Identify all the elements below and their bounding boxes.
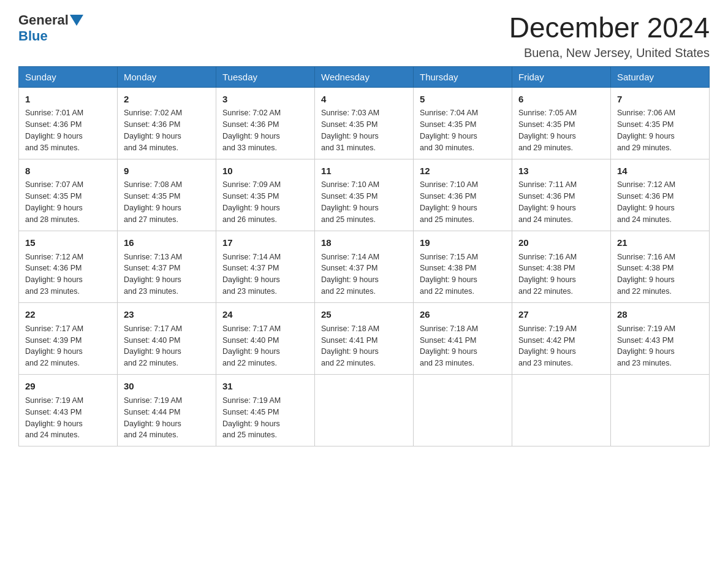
day-info: Sunrise: 7:14 AMSunset: 4:37 PMDaylight:… bbox=[321, 253, 379, 296]
day-cell: 29Sunrise: 7:19 AMSunset: 4:43 PMDayligh… bbox=[19, 375, 118, 446]
day-info: Sunrise: 7:19 AMSunset: 4:43 PMDaylight:… bbox=[25, 396, 83, 440]
day-info: Sunrise: 7:19 AMSunset: 4:43 PMDaylight:… bbox=[617, 324, 675, 368]
day-info: Sunrise: 7:04 AMSunset: 4:35 PMDaylight:… bbox=[420, 109, 478, 152]
calendar-header: SundayMondayTuesdayWednesdayThursdayFrid… bbox=[19, 66, 710, 87]
day-cell: 22Sunrise: 7:17 AMSunset: 4:39 PMDayligh… bbox=[19, 302, 118, 374]
day-number: 18 bbox=[321, 236, 407, 250]
month-title: December 2024 bbox=[509, 12, 710, 44]
day-cell: 1Sunrise: 7:01 AMSunset: 4:36 PMDaylight… bbox=[19, 87, 118, 159]
day-info: Sunrise: 7:19 AMSunset: 4:42 PMDaylight:… bbox=[518, 324, 577, 368]
day-number: 11 bbox=[321, 164, 407, 178]
logo: General Blue bbox=[18, 12, 83, 44]
header-cell-wednesday: Wednesday bbox=[315, 66, 414, 87]
day-info: Sunrise: 7:08 AMSunset: 4:35 PMDaylight:… bbox=[124, 180, 182, 224]
day-info: Sunrise: 7:12 AMSunset: 4:36 PMDaylight:… bbox=[617, 180, 675, 224]
day-number: 8 bbox=[25, 164, 111, 178]
day-cell: 15Sunrise: 7:12 AMSunset: 4:36 PMDayligh… bbox=[19, 231, 118, 302]
day-cell: 28Sunrise: 7:19 AMSunset: 4:43 PMDayligh… bbox=[611, 302, 710, 374]
day-info: Sunrise: 7:19 AMSunset: 4:44 PMDaylight:… bbox=[124, 396, 182, 440]
day-cell bbox=[315, 375, 414, 446]
day-info: Sunrise: 7:05 AMSunset: 4:35 PMDaylight:… bbox=[518, 109, 577, 152]
calendar-body: 1Sunrise: 7:01 AMSunset: 4:36 PMDaylight… bbox=[19, 87, 710, 446]
day-info: Sunrise: 7:15 AMSunset: 4:38 PMDaylight:… bbox=[420, 253, 478, 296]
header-cell-monday: Monday bbox=[118, 66, 216, 87]
day-info: Sunrise: 7:14 AMSunset: 4:37 PMDaylight:… bbox=[222, 253, 281, 296]
day-cell: 12Sunrise: 7:10 AMSunset: 4:36 PMDayligh… bbox=[414, 159, 512, 231]
day-info: Sunrise: 7:09 AMSunset: 4:35 PMDaylight:… bbox=[222, 180, 281, 224]
title-block: December 2024 Buena, New Jersey, United … bbox=[509, 12, 710, 60]
day-number: 19 bbox=[420, 236, 506, 250]
day-info: Sunrise: 7:13 AMSunset: 4:37 PMDaylight:… bbox=[124, 253, 182, 296]
day-info: Sunrise: 7:17 AMSunset: 4:40 PMDaylight:… bbox=[222, 324, 281, 368]
calendar-table: SundayMondayTuesdayWednesdayThursdayFrid… bbox=[18, 66, 710, 447]
day-cell: 9Sunrise: 7:08 AMSunset: 4:35 PMDaylight… bbox=[118, 159, 216, 231]
day-number: 7 bbox=[617, 93, 703, 106]
day-info: Sunrise: 7:17 AMSunset: 4:40 PMDaylight:… bbox=[124, 324, 182, 368]
day-cell: 18Sunrise: 7:14 AMSunset: 4:37 PMDayligh… bbox=[315, 231, 414, 302]
header-cell-friday: Friday bbox=[512, 66, 611, 87]
header-cell-saturday: Saturday bbox=[611, 66, 710, 87]
day-info: Sunrise: 7:17 AMSunset: 4:39 PMDaylight:… bbox=[25, 324, 83, 368]
day-info: Sunrise: 7:07 AMSunset: 4:35 PMDaylight:… bbox=[25, 180, 83, 224]
day-cell: 11Sunrise: 7:10 AMSunset: 4:35 PMDayligh… bbox=[315, 159, 414, 231]
day-cell: 13Sunrise: 7:11 AMSunset: 4:36 PMDayligh… bbox=[512, 159, 611, 231]
day-cell: 19Sunrise: 7:15 AMSunset: 4:38 PMDayligh… bbox=[414, 231, 512, 302]
day-cell: 3Sunrise: 7:02 AMSunset: 4:36 PMDaylight… bbox=[216, 87, 315, 159]
day-cell: 27Sunrise: 7:19 AMSunset: 4:42 PMDayligh… bbox=[512, 302, 611, 374]
day-cell: 24Sunrise: 7:17 AMSunset: 4:40 PMDayligh… bbox=[216, 302, 315, 374]
day-number: 17 bbox=[222, 236, 308, 250]
day-cell: 14Sunrise: 7:12 AMSunset: 4:36 PMDayligh… bbox=[611, 159, 710, 231]
day-info: Sunrise: 7:19 AMSunset: 4:45 PMDaylight:… bbox=[222, 396, 281, 440]
day-info: Sunrise: 7:06 AMSunset: 4:35 PMDaylight:… bbox=[617, 109, 675, 152]
day-number: 5 bbox=[420, 93, 506, 106]
day-number: 1 bbox=[25, 93, 111, 106]
logo-arrow-icon bbox=[70, 15, 83, 27]
day-number: 14 bbox=[617, 164, 703, 178]
day-number: 20 bbox=[518, 236, 604, 250]
day-info: Sunrise: 7:11 AMSunset: 4:36 PMDaylight:… bbox=[518, 180, 577, 224]
day-cell: 26Sunrise: 7:18 AMSunset: 4:41 PMDayligh… bbox=[414, 302, 512, 374]
day-number: 16 bbox=[124, 236, 210, 250]
day-cell: 16Sunrise: 7:13 AMSunset: 4:37 PMDayligh… bbox=[118, 231, 216, 302]
day-info: Sunrise: 7:02 AMSunset: 4:36 PMDaylight:… bbox=[124, 109, 182, 152]
day-number: 30 bbox=[124, 380, 210, 393]
day-number: 12 bbox=[420, 164, 506, 178]
day-cell: 20Sunrise: 7:16 AMSunset: 4:38 PMDayligh… bbox=[512, 231, 611, 302]
day-cell bbox=[512, 375, 611, 446]
day-info: Sunrise: 7:03 AMSunset: 4:35 PMDaylight:… bbox=[321, 109, 379, 152]
day-info: Sunrise: 7:10 AMSunset: 4:36 PMDaylight:… bbox=[420, 180, 478, 224]
header-cell-thursday: Thursday bbox=[414, 66, 512, 87]
day-info: Sunrise: 7:10 AMSunset: 4:35 PMDaylight:… bbox=[321, 180, 379, 224]
day-cell: 25Sunrise: 7:18 AMSunset: 4:41 PMDayligh… bbox=[315, 302, 414, 374]
week-row-1: 1Sunrise: 7:01 AMSunset: 4:36 PMDaylight… bbox=[19, 87, 710, 159]
header-cell-tuesday: Tuesday bbox=[216, 66, 315, 87]
day-info: Sunrise: 7:02 AMSunset: 4:36 PMDaylight:… bbox=[222, 109, 281, 152]
day-number: 21 bbox=[617, 236, 703, 250]
logo-general-text: General bbox=[18, 12, 69, 28]
day-cell: 6Sunrise: 7:05 AMSunset: 4:35 PMDaylight… bbox=[512, 87, 611, 159]
day-number: 2 bbox=[124, 93, 210, 106]
day-cell: 7Sunrise: 7:06 AMSunset: 4:35 PMDaylight… bbox=[611, 87, 710, 159]
day-number: 26 bbox=[420, 308, 506, 321]
page-header: General Blue December 2024 Buena, New Je… bbox=[18, 12, 710, 60]
day-info: Sunrise: 7:12 AMSunset: 4:36 PMDaylight:… bbox=[25, 253, 83, 296]
day-number: 24 bbox=[222, 308, 308, 321]
day-number: 15 bbox=[25, 236, 111, 250]
day-number: 28 bbox=[617, 308, 703, 321]
day-number: 29 bbox=[25, 380, 111, 393]
day-cell: 10Sunrise: 7:09 AMSunset: 4:35 PMDayligh… bbox=[216, 159, 315, 231]
day-cell: 31Sunrise: 7:19 AMSunset: 4:45 PMDayligh… bbox=[216, 375, 315, 446]
day-number: 27 bbox=[518, 308, 604, 321]
day-cell bbox=[414, 375, 512, 446]
week-row-5: 29Sunrise: 7:19 AMSunset: 4:43 PMDayligh… bbox=[19, 375, 710, 446]
day-info: Sunrise: 7:16 AMSunset: 4:38 PMDaylight:… bbox=[617, 253, 675, 296]
day-info: Sunrise: 7:18 AMSunset: 4:41 PMDaylight:… bbox=[321, 324, 379, 368]
day-info: Sunrise: 7:01 AMSunset: 4:36 PMDaylight:… bbox=[25, 109, 83, 152]
day-cell: 8Sunrise: 7:07 AMSunset: 4:35 PMDaylight… bbox=[19, 159, 118, 231]
week-row-3: 15Sunrise: 7:12 AMSunset: 4:36 PMDayligh… bbox=[19, 231, 710, 302]
day-number: 22 bbox=[25, 308, 111, 321]
day-number: 6 bbox=[518, 93, 604, 106]
day-cell: 21Sunrise: 7:16 AMSunset: 4:38 PMDayligh… bbox=[611, 231, 710, 302]
day-number: 25 bbox=[321, 308, 407, 321]
location-title: Buena, New Jersey, United States bbox=[509, 46, 710, 60]
